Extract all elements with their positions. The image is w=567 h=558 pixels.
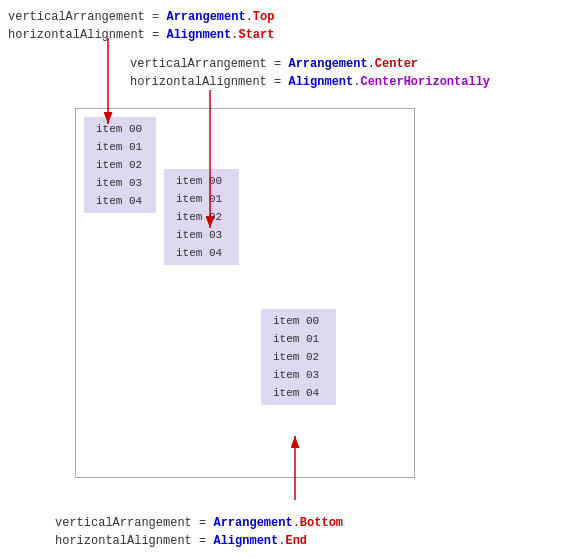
list-item: item 04 xyxy=(92,193,148,209)
mid-line2-val: CenterHorizontally xyxy=(360,75,490,89)
bottom-code-block: verticalArrangement = Arrangement.Bottom… xyxy=(55,514,343,550)
column-3-box: item 00 item 01 item 02 item 03 item 04 xyxy=(261,309,336,405)
mid-line2: horizontalAlignment = Alignment.CenterHo… xyxy=(130,73,490,91)
bottom-line1-kw: Arrangement xyxy=(213,516,292,530)
list-item: item 00 xyxy=(172,173,231,189)
list-item: item 02 xyxy=(172,209,231,225)
top-line1-kw: Arrangement xyxy=(166,10,245,24)
column-2-box: item 00 item 01 item 02 item 03 item 04 xyxy=(164,169,239,265)
mid-line2-kw: Alignment xyxy=(288,75,353,89)
bottom-line1: verticalArrangement = Arrangement.Bottom xyxy=(55,514,343,532)
column-1-box: item 00 item 01 item 02 item 03 item 04 xyxy=(84,117,156,213)
bottom-line1-dot: . xyxy=(293,516,300,530)
list-item: item 01 xyxy=(92,139,148,155)
top-line1-plain: verticalArrangement = xyxy=(8,10,166,24)
top-line2-val: Start xyxy=(238,28,274,42)
mid-line1-plain: verticalArrangement = xyxy=(130,57,288,71)
mid-line1-dot: . xyxy=(368,57,375,71)
bottom-line1-val: Bottom xyxy=(300,516,343,530)
top-code-block: verticalArrangement = Arrangement.Top ho… xyxy=(8,8,274,44)
list-item: item 02 xyxy=(269,349,328,365)
bottom-line2-val: End xyxy=(285,534,307,548)
bottom-line2-plain: horizontalAlignment = xyxy=(55,534,213,548)
list-item: item 04 xyxy=(172,245,231,261)
list-item: item 01 xyxy=(172,191,231,207)
list-item: item 04 xyxy=(269,385,328,401)
list-item: item 03 xyxy=(92,175,148,191)
list-item: item 00 xyxy=(269,313,328,329)
mid-line1-val: Center xyxy=(375,57,418,71)
top-line1: verticalArrangement = Arrangement.Top xyxy=(8,8,274,26)
list-item: item 03 xyxy=(172,227,231,243)
mid-line2-plain: horizontalAlignment = xyxy=(130,75,288,89)
list-item: item 02 xyxy=(92,157,148,173)
top-line1-dot: . xyxy=(246,10,253,24)
top-line2-kw: Alignment xyxy=(166,28,231,42)
top-line1-val: Top xyxy=(253,10,275,24)
mid-line1-kw: Arrangement xyxy=(288,57,367,71)
bottom-line1-plain: verticalArrangement = xyxy=(55,516,213,530)
mid-code-block: verticalArrangement = Arrangement.Center… xyxy=(130,55,490,91)
list-item: item 00 xyxy=(92,121,148,137)
bottom-line2: horizontalAlignment = Alignment.End xyxy=(55,532,343,550)
bottom-line2-kw: Alignment xyxy=(213,534,278,548)
list-item: item 01 xyxy=(269,331,328,347)
diagram-area: item 00 item 01 item 02 item 03 item 04 … xyxy=(75,108,415,478)
top-line2: horizontalAlignment = Alignment.Start xyxy=(8,26,274,44)
list-item: item 03 xyxy=(269,367,328,383)
top-line2-plain: horizontalAlignment = xyxy=(8,28,166,42)
mid-line1: verticalArrangement = Arrangement.Center xyxy=(130,55,490,73)
